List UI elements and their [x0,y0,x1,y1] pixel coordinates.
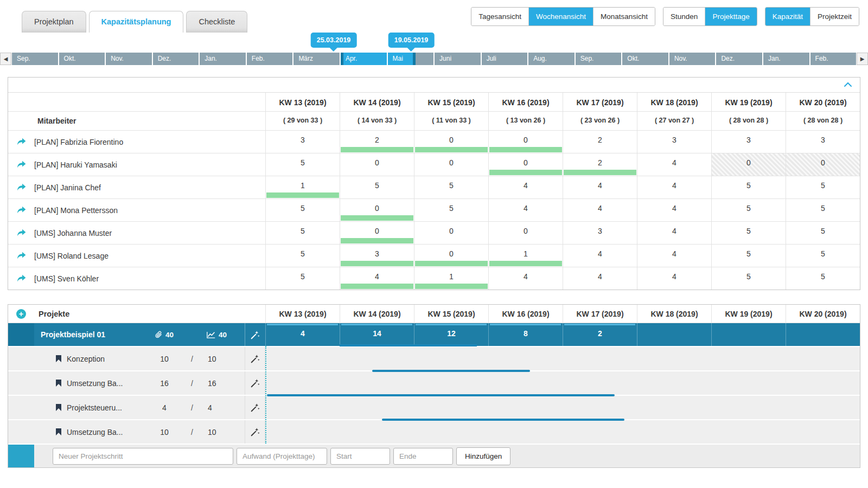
mode-switch-projektzeit[interactable]: Projektzeit [810,8,859,25]
capacity-cell[interactable]: 4 [637,153,711,176]
step-gantt-bar[interactable] [382,419,624,421]
project-week-cell[interactable] [711,323,786,346]
forward-arrow-icon[interactable] [17,206,26,214]
add-step-button[interactable]: Hinzufügen [456,447,510,465]
capacity-cell[interactable]: 0 [414,244,488,267]
capacity-cell[interactable]: 4 [488,267,563,290]
step-timeline[interactable] [265,347,860,370]
capacity-cell[interactable]: 4 [563,198,637,221]
capacity-cell[interactable]: 3 [637,130,711,153]
step-wand-cell[interactable] [245,347,265,370]
capacity-cell[interactable]: 4 [563,244,637,267]
capacity-cell[interactable]: 1 [414,267,488,290]
capacity-cell[interactable]: 0 [786,153,860,176]
month-13-okt[interactable]: Okt. [622,53,668,65]
step-wand-cell[interactable] [245,420,265,444]
start-date-input[interactable] [330,448,390,465]
capacity-cell[interactable]: 4 [637,221,711,244]
capacity-cell[interactable]: 3 [786,130,860,153]
capacity-cell[interactable]: 4 [563,267,637,290]
step-gantt-bar[interactable] [372,370,529,372]
forward-arrow-icon[interactable] [17,229,26,237]
capacity-cell[interactable]: 0 [488,221,563,244]
timeline-scroll-right-icon[interactable]: ▶ [857,53,868,65]
project-effort[interactable]: 40 [199,331,245,339]
unit-switch-projekttage[interactable]: Projekttage [705,8,756,25]
capacity-cell[interactable]: 5 [786,176,860,198]
view-switch-tagesansicht[interactable]: Tagesansicht [471,8,528,25]
capacity-cell[interactable]: 4 [637,244,711,267]
range-end-handle[interactable] [413,53,416,65]
capacity-cell[interactable]: 4 [340,267,414,290]
capacity-cell[interactable]: 5 [786,267,860,290]
project-week-cell[interactable]: 4 [265,323,340,346]
capacity-cell[interactable]: 4 [637,198,711,221]
capacity-cell[interactable]: 5 [711,221,786,244]
capacity-cell[interactable]: 4 [563,176,637,198]
month-9-juni[interactable]: Juni [435,53,481,65]
step-timeline[interactable] [265,420,860,444]
project-week-cell[interactable]: 14 [340,323,414,346]
capacity-cell[interactable]: 1 [265,176,340,198]
capacity-cell[interactable]: 4 [637,176,711,198]
step-timeline[interactable] [265,396,860,419]
capacity-cell[interactable]: 3 [563,221,637,244]
capacity-cell[interactable]: 0 [340,221,414,244]
capacity-cell[interactable]: 4 [488,198,563,221]
project-week-cell[interactable]: 12 [414,323,488,346]
step-gantt-bar[interactable] [267,394,615,396]
capacity-cell[interactable]: 0 [340,153,414,176]
capacity-cell[interactable]: 4 [637,267,711,290]
capacity-cell[interactable]: 3 [711,130,786,153]
month-8-mai[interactable]: Mai [388,53,434,65]
forward-arrow-icon[interactable] [17,138,26,146]
step-wand-cell[interactable] [245,371,265,395]
project-attachments[interactable]: 40 [144,331,185,339]
chevron-up-icon[interactable] [844,82,852,87]
capacity-cell[interactable]: 2 [340,130,414,153]
forward-arrow-icon[interactable] [17,274,26,282]
month-12-sep[interactable]: Sep. [576,53,622,65]
capacity-cell[interactable]: 0 [488,130,563,153]
capacity-cell[interactable]: 5 [786,244,860,267]
step-wand-cell[interactable] [245,396,265,419]
month-5-feb[interactable]: Feb. [247,53,293,65]
capacity-cell[interactable]: 0 [340,198,414,221]
range-end-bubble[interactable]: 19.05.2019 [388,33,435,48]
project-week-cell[interactable]: 2 [563,323,637,346]
capacity-cell[interactable]: 4 [488,176,563,198]
project-row[interactable]: Projektbeispiel 01 40 40 4141282 [8,323,860,346]
tab-kapazitätsplanung[interactable]: Kapazitätsplanung [89,11,184,33]
capacity-cell[interactable]: 5 [786,198,860,221]
forward-arrow-icon[interactable] [17,160,26,169]
capacity-cell[interactable]: 2 [563,130,637,153]
project-week-cell[interactable]: 8 [488,323,563,346]
project-week-cell[interactable] [786,323,860,346]
capacity-cell[interactable]: 0 [414,221,488,244]
capacity-cell[interactable]: 5 [265,244,340,267]
capacity-cell[interactable]: 0 [414,130,488,153]
unit-switch-stunden[interactable]: Stunden [663,8,705,25]
project-week-cell[interactable] [637,323,711,346]
capacity-cell[interactable]: 5 [265,267,340,290]
effort-input[interactable] [237,448,327,465]
month-1-okt[interactable]: Okt. [59,53,105,65]
capacity-cell[interactable]: 5 [786,221,860,244]
month-15-dez[interactable]: Dez. [716,53,762,65]
tab-projektplan[interactable]: Projektplan [22,11,86,33]
capacity-cell[interactable]: 2 [563,153,637,176]
month-11-aug[interactable]: Aug. [528,53,575,65]
step-timeline[interactable] [265,371,860,395]
month-0-sep[interactable]: Sep. [12,53,58,65]
timeline-scroll-left-icon[interactable]: ◀ [0,53,11,65]
add-project-button[interactable]: + [16,309,26,319]
forward-arrow-icon[interactable] [17,252,26,260]
month-6-märz[interactable]: März [293,53,340,65]
capacity-cell[interactable]: 3 [340,244,414,267]
capacity-cell[interactable]: 5 [265,153,340,176]
range-start-handle[interactable] [341,53,343,65]
capacity-cell[interactable]: 5 [711,244,786,267]
capacity-cell[interactable]: 5 [340,176,414,198]
range-start-bubble[interactable]: 25.03.2019 [311,33,357,48]
capacity-cell[interactable]: 5 [265,198,340,221]
